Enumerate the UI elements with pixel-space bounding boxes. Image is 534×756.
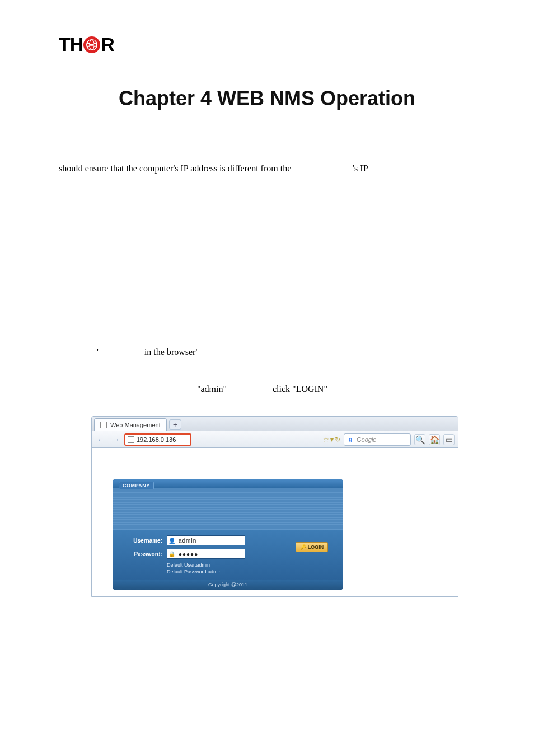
body-text-line-2: ' in the browser' xyxy=(97,347,197,357)
browser-tab-bar: Web Management + xyxy=(92,417,458,431)
user-icon: 👤 xyxy=(167,536,176,545)
toolbar-right: ☆ ▾ ↻ g Google 🔍 🏠 ▭ xyxy=(323,433,455,446)
default-password-hint: Default Password:admin xyxy=(167,569,332,576)
browser-tab[interactable]: Web Management xyxy=(94,418,167,431)
text-fragment: click "LOGIN" xyxy=(273,384,327,394)
tab-title: Web Management xyxy=(110,422,161,428)
menu-icon: ▭ xyxy=(446,435,453,444)
body-text-line-1: should ensure that the computer's IP add… xyxy=(59,164,368,174)
username-label: Username: xyxy=(123,538,162,544)
search-engine-input[interactable]: g Google xyxy=(344,433,411,446)
arrow-right-icon: → xyxy=(112,435,120,444)
text-fragment: "admin" xyxy=(59,384,227,394)
star-icon: ☆ xyxy=(323,436,329,444)
menu-button[interactable]: ▭ xyxy=(443,434,455,445)
text-fragment: in the browser' xyxy=(144,347,197,357)
copyright-text: Copyright @2011 xyxy=(208,582,247,587)
window-minimize-icon[interactable]: – xyxy=(446,419,455,426)
login-footer: Copyright @2011 xyxy=(113,580,343,590)
default-user-hint: Default User:admin xyxy=(167,562,332,569)
text-fragment: should ensure that the computer's IP add… xyxy=(59,164,291,173)
login-button-label: LOGIN xyxy=(308,544,324,550)
login-button[interactable]: 🔑 LOGIN xyxy=(296,542,328,552)
new-tab-button[interactable]: + xyxy=(169,419,181,430)
arrow-left-icon: ← xyxy=(97,435,106,444)
home-button[interactable]: 🏠 xyxy=(429,434,440,445)
site-identity-icon xyxy=(128,436,134,443)
back-button[interactable]: ← xyxy=(95,433,107,446)
forward-button[interactable]: → xyxy=(110,433,122,446)
browser-toolbar: ← → 192.168.0.136 ☆ ▾ ↻ g Google 🔍 🏠 xyxy=(92,431,458,448)
search-button[interactable]: 🔍 xyxy=(414,434,425,445)
tab-favicon-icon xyxy=(100,422,107,428)
page-content: COMPANY Username: 👤 admin Password: 🔒 ●●… xyxy=(92,448,458,596)
bookmark-controls[interactable]: ☆ ▾ ↻ xyxy=(323,436,340,444)
home-icon: 🏠 xyxy=(430,435,439,444)
text-fragment: ' xyxy=(97,347,99,357)
chapter-title: Chapter 4 WEB NMS Operation xyxy=(0,87,534,110)
brand-logo: TH R xyxy=(59,34,114,55)
url-input[interactable]: 192.168.0.136 xyxy=(124,433,191,446)
logo-text-left: TH xyxy=(59,34,83,55)
password-value: ●●●●● xyxy=(176,551,198,557)
url-text: 192.168.0.136 xyxy=(137,436,176,443)
username-input[interactable]: 👤 admin xyxy=(167,535,245,545)
password-input[interactable]: 🔒 ●●●●● xyxy=(167,549,245,559)
login-panel-banner xyxy=(113,488,343,530)
key-icon: 🔑 xyxy=(300,544,306,550)
password-label: Password: xyxy=(123,551,162,557)
logo-text-right: R xyxy=(101,34,114,55)
google-icon: g xyxy=(346,436,354,444)
company-badge: COMPANY xyxy=(119,482,154,489)
embedded-browser-screenshot: – Web Management + ← → 192.168.0.136 ☆ ▾… xyxy=(91,416,458,597)
body-text-line-3: "admin" click "LOGIN" xyxy=(59,384,473,394)
text-fragment: 's IP xyxy=(353,164,368,173)
login-form: Username: 👤 admin Password: 🔒 ●●●●● 🔑 xyxy=(113,530,343,580)
reload-icon: ↻ xyxy=(335,436,340,444)
username-value: admin xyxy=(176,538,196,544)
magnifier-icon: 🔍 xyxy=(415,435,425,444)
logo-globe-icon xyxy=(83,36,100,53)
login-panel: COMPANY Username: 👤 admin Password: 🔒 ●●… xyxy=(113,479,343,590)
plus-icon: + xyxy=(173,421,177,429)
lock-icon: 🔒 xyxy=(167,549,176,558)
chevron-down-icon: ▾ xyxy=(330,436,334,444)
search-placeholder: Google xyxy=(357,436,376,443)
